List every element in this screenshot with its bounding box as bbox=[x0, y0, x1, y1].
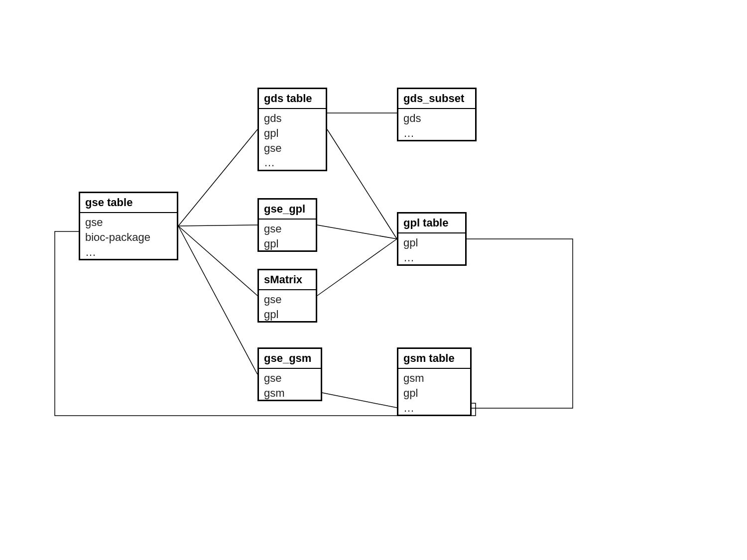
svg-line-2 bbox=[178, 226, 257, 296]
svg-line-8 bbox=[322, 393, 397, 408]
entity-title: gds table bbox=[259, 89, 326, 109]
entity-gsm: gsm tablegsmgpl… bbox=[397, 347, 472, 416]
entity-field: gse bbox=[264, 141, 321, 156]
entity-fields: gsegpl bbox=[259, 220, 316, 255]
svg-line-5 bbox=[327, 129, 397, 239]
connector-lines bbox=[0, 0, 747, 560]
entity-field: … bbox=[264, 155, 321, 170]
entity-field: gpl bbox=[403, 386, 465, 401]
entity-field: … bbox=[403, 126, 470, 141]
entity-field: … bbox=[403, 250, 460, 265]
svg-line-7 bbox=[317, 239, 397, 296]
svg-line-1 bbox=[178, 225, 257, 226]
svg-line-3 bbox=[178, 226, 257, 374]
er-diagram-canvas: gse tablegsebioc-package…gds tablegdsgpl… bbox=[0, 0, 747, 560]
entity-fields: gsegpl bbox=[259, 290, 316, 326]
entity-field: gsm bbox=[264, 386, 316, 401]
entity-field: gse bbox=[85, 215, 172, 230]
entity-title: gds_subset bbox=[398, 89, 475, 109]
entity-gpl: gpl tablegpl… bbox=[397, 212, 467, 266]
entity-field: gse bbox=[264, 222, 311, 236]
entity-sMatrix: sMatrixgsegpl bbox=[257, 269, 317, 323]
entity-field: gpl bbox=[403, 235, 460, 250]
entity-gse: gse tablegsebioc-package… bbox=[79, 192, 178, 260]
entity-field: bioc-package bbox=[85, 230, 172, 245]
entity-field: gse bbox=[264, 371, 316, 386]
entity-field: … bbox=[85, 245, 172, 260]
entity-title: gse_gsm bbox=[259, 349, 321, 369]
svg-line-0 bbox=[178, 129, 257, 226]
entity-field: gse bbox=[264, 292, 311, 307]
entity-fields: gsegsm bbox=[259, 369, 321, 404]
svg-line-6 bbox=[317, 225, 397, 239]
entity-title: gse table bbox=[80, 193, 177, 213]
entity-field: gds bbox=[403, 111, 470, 126]
entity-gds_subset: gds_subsetgds… bbox=[397, 88, 477, 141]
entity-field: gds bbox=[264, 111, 321, 126]
entity-fields: gsebioc-package… bbox=[80, 213, 177, 263]
entity-title: gpl table bbox=[398, 214, 465, 233]
entity-field: gsm bbox=[403, 371, 465, 386]
entity-title: sMatrix bbox=[259, 270, 316, 290]
entity-title: gsm table bbox=[398, 349, 470, 369]
entity-gds: gds tablegdsgplgse… bbox=[257, 88, 327, 171]
entity-fields: gsmgpl… bbox=[398, 369, 470, 419]
entity-fields: gds… bbox=[398, 109, 475, 144]
entity-field: gpl bbox=[264, 307, 311, 322]
entity-title: gse_gpl bbox=[259, 200, 316, 220]
entity-field: gpl bbox=[264, 236, 311, 251]
entity-fields: gpl… bbox=[398, 233, 465, 269]
entity-fields: gdsgplgse… bbox=[259, 109, 326, 174]
entity-field: … bbox=[403, 401, 465, 416]
entity-field: gpl bbox=[264, 126, 321, 141]
entity-gse_gsm: gse_gsmgsegsm bbox=[257, 347, 322, 401]
entity-gse_gpl: gse_gplgsegpl bbox=[257, 198, 317, 252]
